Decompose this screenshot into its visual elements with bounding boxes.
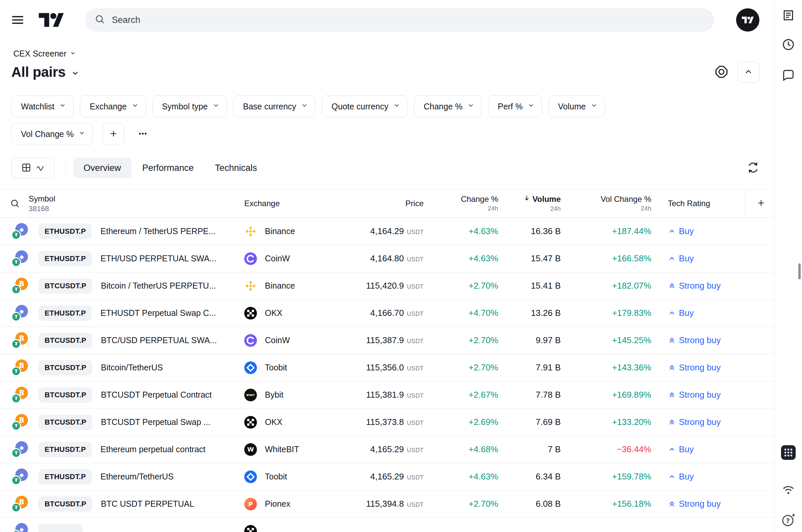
table-row[interactable]: B ₮ BTCUSDT.P BTC/USD PERPETUAL SWA... C… — [0, 327, 774, 354]
add-filter-button[interactable] — [103, 123, 125, 145]
filter-row-1: Watchlist Exchange Symbol type Base curr… — [11, 95, 763, 117]
gear-icon — [714, 64, 729, 80]
symbol-search-icon[interactable] — [10, 198, 20, 208]
scrollbar-thumb[interactable] — [798, 263, 801, 279]
column-header-vol-change[interactable]: Vol Change % 24h — [561, 195, 651, 212]
pair-description[interactable]: Ethereum/TetherUS — [101, 472, 174, 481]
btc-usdt-pair-icon: B ₮ — [11, 414, 28, 431]
symbol-badge[interactable]: BTCUSDT.P — [39, 496, 92, 512]
column-header-exchange[interactable]: Exchange — [244, 199, 344, 208]
help-icon[interactable]: ? — [781, 512, 796, 528]
collapse-header-button[interactable] — [737, 61, 760, 83]
table-row[interactable]: B ₮ BTCUSDT.P BTCUSDT Perpetual Contract… — [0, 381, 774, 408]
toobit-exchange-icon — [244, 471, 257, 483]
column-header-tech-rating[interactable]: Tech Rating — [651, 199, 774, 208]
pair-description[interactable]: Bitcoin/TetherUS — [101, 363, 163, 373]
table-row[interactable]: B ₮ BTCUSDT.P Bitcoin / TetherUS PERPETU… — [0, 272, 774, 300]
symbol-badge[interactable]: BTCUSDT.P — [39, 333, 92, 348]
pairs-dropdown-chevron-icon[interactable] — [70, 68, 80, 78]
symbol-badge[interactable]: ETHUSDT.P — [39, 224, 92, 239]
table-row[interactable]: B ₮ BTCUSDT.P BTC USDT PERPETUAL P Pione… — [0, 491, 774, 518]
apps-grid-icon[interactable] — [781, 445, 796, 460]
table-row[interactable]: ◆ ₮ ETHUSDT.P ETH/USD PERPETUAL SWA... C… — [0, 245, 774, 272]
plus-icon — [109, 129, 119, 140]
symbol-badge[interactable]: ETHUSDT.P — [39, 442, 92, 457]
search-input[interactable] — [111, 15, 705, 25]
table-row[interactable]: ◆ ₮ ETHUSDT.P Ethereum/TetherUS Toobit 4… — [0, 463, 774, 491]
price-value: 4,164.29 — [370, 226, 404, 236]
symbol-badge[interactable]: BTCUSDT.P — [39, 278, 92, 293]
more-filters-button[interactable] — [132, 123, 153, 145]
screener-type-dropdown[interactable]: CEX Screener — [11, 49, 78, 59]
filter-volume[interactable]: Volume — [548, 95, 605, 117]
pair-description[interactable]: Bitcoin / TetherUS PERPETU... — [101, 281, 216, 291]
table-row[interactable]: B ₮ BTCUSDT.P BTCUSDT Perpetual Swap ...… — [0, 408, 774, 436]
data-feed-signal-icon[interactable] — [781, 482, 796, 497]
volume-cell: 9.97 B — [498, 335, 561, 345]
symbol-badge[interactable]: BTCUSDT.P — [39, 387, 92, 403]
tab-performance[interactable]: Performance — [132, 158, 205, 178]
filter-symbol-type[interactable]: Symbol type — [152, 95, 227, 117]
filter-vol-change-percent[interactable]: Vol Change % — [11, 123, 93, 145]
pair-description[interactable]: BTC USDT PERPETUAL — [101, 499, 194, 509]
price-value: 115,420.9 — [366, 281, 404, 291]
column-header-change[interactable]: Change % 24h — [424, 195, 498, 212]
filter-perf-percent[interactable]: Perf % — [488, 95, 542, 117]
tab-technicals[interactable]: Technicals — [204, 158, 268, 178]
symbol-badge[interactable]: ETHUSDT.P — [39, 306, 92, 321]
filter-exchange[interactable]: Exchange — [80, 95, 146, 117]
view-mode-toggle[interactable] — [11, 158, 55, 178]
pair-description[interactable]: BTC/USD PERPETUAL SWA... — [101, 336, 217, 345]
table-row[interactable]: B ₮ BTCUSDT.P Bitcoin/TetherUS Toobit 11… — [0, 354, 774, 381]
filter-change-percent[interactable]: Change % — [414, 95, 482, 117]
alerts-log-clock-icon[interactable] — [781, 37, 796, 52]
screener-settings-button[interactable] — [712, 63, 731, 81]
price-currency: USDT — [407, 256, 424, 263]
pair-description[interactable]: Ethereum perpetual contract — [101, 444, 205, 454]
pair-description[interactable]: ETHUSDT Perpetual Swap C... — [101, 308, 216, 318]
price-currency: USDT — [407, 447, 424, 454]
search-bar[interactable] — [85, 8, 714, 32]
right-sidebar: ? — [774, 0, 802, 532]
symbol-badge[interactable]: ETHUSDT.P — [39, 251, 92, 266]
add-column-button[interactable] — [756, 198, 766, 209]
volume-cell: 7.78 B — [498, 390, 561, 400]
column-header-symbol[interactable]: Symbol — [29, 194, 55, 204]
pair-description[interactable]: BTCUSDT Perpetual Swap ... — [101, 417, 210, 427]
tether-badge-icon: ₮ — [11, 503, 21, 512]
svg-text:P: P — [248, 500, 253, 507]
eth-usdt-pair-icon: ◆ ₮ — [11, 441, 28, 458]
column-header-price[interactable]: Price — [344, 199, 424, 208]
symbol-badge[interactable]: BTCUSDT.P — [39, 415, 92, 430]
pair-description[interactable]: Ethereum / TetherUS PERPE... — [101, 226, 216, 236]
pair-description[interactable]: BTCUSDT Perpetual Contract — [101, 390, 212, 400]
rating-chevron-icon — [668, 500, 676, 508]
refresh-button[interactable] — [744, 158, 763, 177]
table-row[interactable]: ◆ ₮ — [0, 518, 774, 532]
chevron-down-icon — [78, 129, 86, 139]
symbol-badge[interactable] — [39, 524, 83, 532]
symbol-badge[interactable]: BTCUSDT.P — [39, 360, 92, 375]
chat-icon[interactable] — [781, 68, 796, 82]
rating-label: Buy — [679, 253, 694, 264]
column-header-volume[interactable]: Volume 24h — [498, 194, 561, 212]
user-avatar[interactable] — [736, 8, 760, 32]
news-icon[interactable] — [781, 8, 796, 23]
filter-quote-currency[interactable]: Quote currency — [322, 95, 408, 117]
rating-label: Strong buy — [679, 335, 721, 345]
price-cell: 115,387.9USDT — [344, 335, 424, 345]
filter-watchlist[interactable]: Watchlist — [11, 95, 74, 117]
table-row[interactable]: ◆ ₮ ETHUSDT.P ETHUSDT Perpetual Swap C..… — [0, 300, 774, 327]
hamburger-menu-icon[interactable] — [10, 12, 25, 27]
filter-base-currency[interactable]: Base currency — [233, 95, 315, 117]
symbol-badge[interactable]: ETHUSDT.P — [39, 469, 92, 484]
pair-description[interactable]: ETH/USD PERPETUAL SWA... — [101, 254, 216, 263]
symbol-count: 38168 — [29, 205, 55, 213]
vol-change-percent-cell: +166.58% — [561, 253, 651, 264]
tab-overview[interactable]: Overview — [73, 158, 132, 178]
change-percent-cell: +2.70% — [424, 499, 498, 509]
tradingview-logo[interactable] — [39, 12, 64, 28]
volume-cell: 15.47 B — [498, 253, 561, 264]
table-row[interactable]: ◆ ₮ ETHUSDT.P Ethereum perpetual contrac… — [0, 436, 774, 463]
table-row[interactable]: ◆ ₮ ETHUSDT.P Ethereum / TetherUS PERPE.… — [0, 218, 774, 245]
